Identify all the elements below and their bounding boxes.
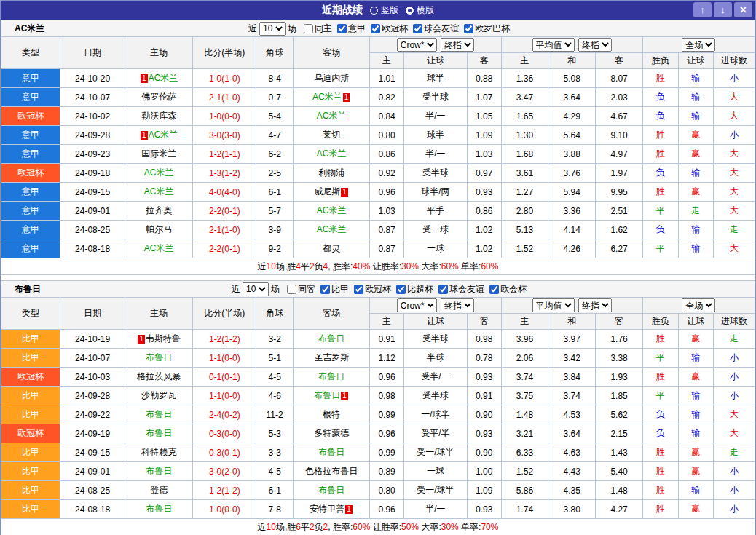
avg-away-cell: 8.07 (596, 69, 643, 88)
same-venue-filter[interactable]: 同主 (304, 23, 332, 35)
league-cell: 比甲 (1, 481, 60, 500)
handicap-result-cell: 赢 (678, 330, 714, 349)
date-cell: 24-09-15 (60, 443, 125, 462)
away-team-cell: AC米兰 (293, 221, 369, 239)
avg-home-cell: 1.27 (501, 183, 548, 202)
result-cell: 胜 (642, 183, 678, 202)
avg-away-cell: 4.97 (596, 145, 643, 164)
layout-vertical-radio[interactable]: 竖版 (370, 4, 398, 17)
avg-stage-select[interactable]: 终指 (578, 298, 612, 312)
away-odds-cell: 0.90 (467, 405, 501, 424)
score-cell: 0-3(0-0) (193, 424, 256, 443)
avg-stage-select[interactable]: 终指 (578, 38, 612, 52)
summary-text: 6 (296, 522, 301, 532)
league-filter[interactable]: 欧冠杯 (354, 283, 391, 296)
handicap-cell: 一/球半 (403, 405, 467, 424)
home-odds-cell: 1.03 (370, 202, 404, 221)
handicap-result-cell: 赢 (678, 462, 714, 481)
match-row: 比甲24-09-22布鲁日2-4(0-2)11-2根特0.99一/球半0.901… (1, 405, 755, 424)
recent-count-select[interactable]: 10 (259, 22, 286, 36)
layout-horizontal-radio[interactable]: 横版 (406, 4, 434, 17)
goals-result-cell: 小 (714, 349, 755, 368)
same-venue-filter-checkbox[interactable] (304, 24, 313, 33)
rank-badge: 1 (341, 188, 348, 197)
away-team-cell: 威尼斯1 (293, 183, 369, 202)
home-team-cell: 帕尔马 (125, 221, 193, 239)
same-venue-filter[interactable]: 同客 (287, 283, 315, 296)
avg-away-cell: 3.38 (596, 349, 643, 368)
avg-away-cell: 1.97 (596, 164, 643, 183)
summary-text: 2 (323, 522, 328, 532)
scope-select[interactable]: 全场 (682, 298, 715, 312)
summary-text: 2 (310, 522, 315, 532)
avg-draw-cell: 3.76 (548, 164, 596, 183)
games-label: 场 (288, 23, 296, 35)
filters-bar: 近10场同客比甲欧冠杯比超杯球会友谊欧会杯 (229, 282, 527, 296)
league-filter-checkbox[interactable] (396, 285, 406, 294)
move-down-button[interactable]: ↓ (714, 2, 732, 17)
league-filter[interactable]: 欧会杯 (489, 283, 527, 296)
avg-source-select[interactable]: 平均值 (532, 298, 575, 312)
league-filter-checkbox[interactable] (464, 24, 473, 33)
odds-source-select[interactable]: Crow* (397, 298, 437, 312)
avg-source-select[interactable]: 平均值 (532, 38, 575, 52)
odds-stage-select[interactable]: 终指 (441, 38, 474, 52)
same-venue-filter-checkbox[interactable] (287, 285, 296, 294)
league-filter[interactable]: 球会友谊 (413, 23, 459, 35)
league-filter[interactable]: 比甲 (320, 283, 349, 296)
summary-text: 单率: (459, 521, 481, 534)
handicap-cell: 受平/半 (403, 424, 467, 443)
league-filter-checkbox[interactable] (337, 24, 347, 33)
home-team-cell: 布鲁日 (125, 349, 193, 368)
avg-draw-cell: 4.14 (548, 221, 596, 239)
score-cell: 2-2(0-1) (193, 239, 256, 258)
games-label: 场 (271, 283, 280, 296)
league-filter[interactable]: 意甲 (337, 23, 366, 35)
league-filter-checkbox[interactable] (354, 285, 363, 294)
avg-away-cell: 1.62 (596, 221, 643, 239)
league-filter-checkbox[interactable] (320, 285, 330, 294)
recent-count-select[interactable]: 10 (243, 282, 269, 296)
league-filter[interactable]: 欧罗巴杯 (464, 23, 510, 35)
avg-home-cell: 3.61 (501, 164, 548, 183)
match-row: 欧冠杯24-10-02勒沃库森1-0(0-0)5-4AC米兰0.84半/一1.0… (1, 107, 755, 126)
handicap-result-cell: 输 (678, 221, 714, 239)
col-handicap: 让球 (403, 314, 467, 330)
corner-cell: 7-8 (256, 500, 294, 519)
result-cell: 平 (642, 202, 678, 221)
date-cell: 24-08-25 (60, 481, 125, 500)
away-odds-cell: 0.88 (467, 69, 501, 88)
league-filter-checkbox[interactable] (371, 24, 380, 33)
result-cell: 负 (642, 221, 678, 239)
avg-home-cell: 3.21 (501, 424, 548, 443)
date-cell: 24-08-25 (60, 221, 125, 239)
score-cell: 2-2(0-1) (193, 202, 256, 221)
scope-dropdown: 全场 (642, 37, 755, 53)
avg-away-cell: 1.43 (596, 443, 643, 462)
league-filter[interactable]: 比超杯 (396, 283, 433, 296)
home-team-cell: 格拉茨风暴 (125, 368, 193, 387)
home-team-cell: 1韦斯特鲁 (125, 330, 193, 349)
league-filter-checkbox[interactable] (438, 285, 448, 294)
scope-select[interactable]: 全场 (682, 38, 715, 52)
results-table: 类型 日期 主场 比分(半场) 角球 客场 Crow* 终指 平均值 终指 (1, 36, 755, 258)
league-filter-label: 欧罗巴杯 (475, 23, 510, 35)
league-filter[interactable]: 欧冠杯 (371, 23, 408, 35)
odds-stage-select[interactable]: 终指 (441, 298, 474, 312)
summary-text: 40% (353, 261, 370, 272)
goals-result-cell: 小 (714, 69, 755, 88)
league-filter[interactable]: 球会友谊 (438, 283, 484, 296)
score-cell: 2-4(0-2) (193, 405, 256, 424)
close-button[interactable]: × (734, 2, 752, 17)
summary-text: 30% (441, 522, 459, 532)
league-filter-checkbox[interactable] (413, 24, 422, 33)
home-team-cell: 勒沃库森 (125, 107, 193, 126)
score-cell: 1-3(1-2) (193, 164, 256, 183)
handicap-cell: 受半球 (403, 88, 467, 107)
home-odds-cell: 0.99 (370, 405, 404, 424)
corner-cell: 3-9 (256, 221, 294, 239)
league-filter-checkbox[interactable] (489, 285, 499, 294)
move-up-button[interactable]: ↑ (693, 2, 712, 17)
odds-source-select[interactable]: Crow* (397, 38, 437, 52)
handicap-cell: 半球 (403, 349, 467, 368)
